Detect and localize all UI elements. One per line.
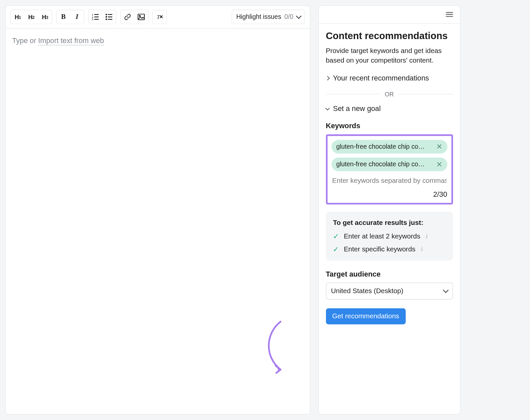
ordered-list-icon: 1 2 3 (92, 14, 99, 20)
new-goal-toggle[interactable]: Set a new goal (326, 103, 453, 115)
svg-point-8 (106, 16, 107, 18)
chip-remove[interactable]: ✕ (436, 161, 442, 168)
svg-rect-1 (94, 14, 99, 15)
audience-label: Target audience (326, 270, 453, 278)
chevron-down-icon (296, 13, 301, 19)
audience-value: United States (Desktop) (331, 287, 403, 295)
svg-rect-9 (108, 17, 112, 17)
italic-button[interactable]: I (70, 10, 84, 24)
heading-group: H1 H2 H3 (11, 10, 52, 24)
svg-point-13 (139, 15, 140, 16)
recent-recs-toggle[interactable]: Your recent recommendations (326, 73, 453, 84)
keyword-chip: gluten-free chocolate chip co… ✕ (331, 157, 447, 171)
svg-rect-7 (108, 14, 112, 15)
link-button[interactable] (121, 10, 134, 24)
chevron-right-icon (325, 76, 330, 80)
editor-toolbar: H1 H2 H3 B I 1 2 3 (6, 6, 310, 28)
new-goal-label: Set a new goal (333, 105, 381, 113)
hamburger-icon (446, 12, 453, 13)
h2-button[interactable]: H2 (25, 10, 38, 24)
info-icon[interactable]: i (426, 233, 428, 240)
svg-rect-11 (108, 19, 112, 20)
keywords-label: Keywords (326, 122, 453, 130)
panel-title: Content recommendations (326, 30, 453, 41)
editor-body[interactable]: Type or Import text from web (6, 28, 310, 414)
keywords-count: 2/30 (331, 190, 447, 199)
h3-button[interactable]: H3 (38, 10, 52, 24)
sidebar-header (319, 6, 460, 24)
keyword-chip: gluten-free chocolate chip co… ✕ (331, 140, 447, 153)
unordered-list-icon (106, 14, 113, 20)
tips-box: To get accurate results just: ✓ Enter at… (326, 212, 453, 261)
svg-text:T: T (157, 14, 160, 20)
recent-recs-label: Your recent recommendations (333, 74, 429, 82)
format-group: B I (56, 10, 84, 24)
panel-subtitle: Provide target keywords and get ideas ba… (326, 46, 453, 65)
get-recommendations-button[interactable]: Get recommendations (326, 308, 405, 324)
insert-group (120, 10, 148, 24)
image-icon (137, 14, 145, 20)
highlight-count: 0/0 (285, 13, 293, 21)
svg-rect-5 (94, 19, 99, 20)
svg-point-6 (106, 14, 107, 15)
svg-rect-3 (94, 17, 99, 17)
tip-row: ✓ Enter at least 2 keywords i (333, 233, 446, 240)
chip-text: gluten-free chocolate chip co… (336, 161, 425, 168)
audience-select[interactable]: United States (Desktop) (326, 283, 453, 299)
recommendations-panel: Content recommendations Provide target k… (318, 5, 460, 415)
check-icon: ✓ (333, 233, 339, 240)
bold-button[interactable]: B (57, 10, 70, 24)
editor-placeholder: Type or Import text from web (12, 36, 104, 45)
svg-point-10 (106, 19, 107, 20)
image-button[interactable] (134, 10, 148, 24)
keywords-box: gluten-free chocolate chip co… ✕ gluten-… (326, 134, 453, 204)
highlight-issues-dropdown[interactable]: Highlight issues 0/0 (232, 10, 305, 24)
panel-menu-button[interactable] (444, 10, 454, 19)
tip-text: Enter at least 2 keywords (344, 233, 420, 240)
info-icon[interactable]: i (421, 246, 423, 253)
unordered-list-button[interactable] (102, 10, 116, 24)
chip-text: gluten-free chocolate chip co… (336, 143, 425, 150)
clear-format-button[interactable]: T (153, 10, 166, 24)
highlight-label: Highlight issues (236, 13, 281, 21)
tip-text: Enter specific keywords (344, 245, 415, 253)
ordered-list-button[interactable]: 1 2 3 (89, 10, 102, 24)
or-separator: OR (326, 90, 453, 97)
chevron-down-icon (443, 287, 449, 293)
chip-remove[interactable]: ✕ (436, 143, 442, 150)
h1-button[interactable]: H1 (11, 10, 25, 24)
tip-row: ✓ Enter specific keywords i (333, 245, 446, 253)
check-icon: ✓ (333, 246, 339, 253)
clear-group: T (152, 10, 167, 24)
list-group: 1 2 3 (88, 10, 116, 24)
clear-format-icon: T (156, 13, 163, 21)
svg-text:3: 3 (92, 18, 93, 20)
placeholder-prefix: Type or (12, 36, 38, 44)
tips-header: To get accurate results just: (333, 219, 446, 227)
chevron-down-icon (325, 106, 330, 111)
import-from-web-link[interactable]: Import text from web (38, 36, 104, 45)
link-icon (124, 13, 131, 21)
editor-panel: H1 H2 H3 B I 1 2 3 (5, 5, 310, 415)
or-label: OR (385, 90, 394, 97)
keywords-input[interactable] (331, 175, 447, 186)
